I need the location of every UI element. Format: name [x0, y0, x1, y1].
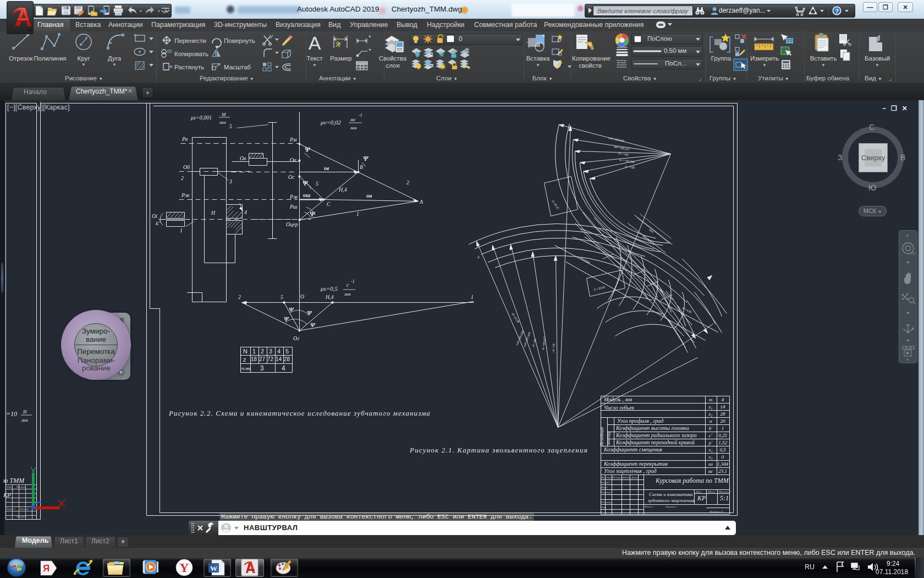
- svg-text:18: 18: [251, 356, 257, 362]
- svg-text:Коэффициент смещения: Коэффициент смещения: [603, 446, 662, 452]
- svg-text:μѕ=0,001: μѕ=0,001: [190, 114, 212, 121]
- svg-text:Pш: Pш: [289, 204, 298, 210]
- svg-text:Pм: Pм: [289, 137, 297, 143]
- svg-text:мс: мс: [350, 117, 356, 122]
- svg-text:23,1: 23,1: [718, 468, 727, 474]
- svg-text:28: 28: [284, 356, 290, 362]
- svg-text:Формат A1: Формат A1: [710, 510, 723, 513]
- svg-text:4: 4: [277, 348, 280, 355]
- svg-text:Дата: Дата: [631, 476, 638, 479]
- svg-text:Масса: Масса: [707, 490, 716, 493]
- svg-text:Разраб.: Разраб.: [601, 481, 610, 484]
- svg-text:Угол зацепления , град: Угол зацепления , град: [604, 468, 656, 474]
- svg-text:3: 3: [260, 364, 264, 372]
- svg-text:Лист 2: Лист 2: [6, 508, 15, 510]
- svg-text:rад=206,000: rад=206,000: [608, 136, 625, 143]
- svg-text:Т.контр.: Т.контр.: [601, 491, 611, 494]
- svg-text:Подп.: Подп.: [623, 476, 630, 479]
- svg-text:H,4: H,4: [325, 294, 334, 300]
- svg-text:5: 5: [285, 348, 289, 355]
- svg-text:C: C: [327, 201, 331, 207]
- svg-text:2: 2: [261, 348, 264, 355]
- svg-text:5: 5: [280, 294, 283, 300]
- svg-text:μѕ=0,5: μѕ=0,5: [320, 285, 338, 292]
- svg-text:z₂: z₂: [708, 411, 713, 417]
- svg-text:υв: υв: [324, 165, 329, 171]
- svg-text:S=20,45: S=20,45: [551, 199, 560, 210]
- svg-text:rд =58: rд =58: [552, 343, 556, 352]
- svg-text:Коэффициент высоты головки: Коэффициент высоты головки: [615, 425, 689, 431]
- svg-text:Ψ: Ψ: [307, 309, 312, 316]
- svg-text:0,5: 0,5: [719, 447, 726, 452]
- svg-text:Ψ: Ψ: [289, 306, 294, 313]
- svg-text:мм: мм: [21, 417, 28, 423]
- svg-text:rвд=197,485: rвд=197,485: [522, 331, 531, 347]
- svg-text:Oцер: Oцер: [286, 221, 298, 227]
- svg-text:x₁: x₁: [708, 447, 712, 452]
- svg-text:Изм Лист: Изм Лист: [601, 476, 613, 479]
- svg-text:14: 14: [721, 404, 726, 410]
- svg-text:c′: c′: [709, 433, 713, 438]
- svg-text:М: М: [221, 112, 226, 117]
- svg-text:Н.контр.: Н.контр.: [601, 501, 612, 504]
- svg-text:1: 1: [722, 426, 724, 431]
- svg-text:2: 2: [238, 294, 241, 300]
- svg-text:Oв: Oв: [240, 155, 246, 161]
- svg-text:Ψ: Ψ: [302, 179, 309, 187]
- svg-text:Oг: Oг: [293, 335, 299, 341]
- svg-text:?: ?: [835, 8, 839, 14]
- svg-text:Ψ: Ψ: [310, 210, 316, 218]
- svg-text:W: W: [210, 564, 217, 572]
- svg-text:1: 1: [180, 227, 183, 233]
- svg-text:20: 20: [721, 418, 726, 424]
- svg-text:0: 0: [722, 454, 724, 460]
- svg-text:№ докум.: № докум.: [612, 476, 624, 479]
- svg-text:Pолевой: Pолевой: [580, 256, 591, 264]
- svg-text:Oб: Oб: [183, 164, 190, 170]
- svg-text:4: 4: [722, 397, 724, 402]
- svg-text:m: m: [709, 397, 713, 402]
- svg-text:мм: мм: [219, 119, 226, 125]
- svg-text:5:1: 5:1: [720, 494, 729, 502]
- svg-text:αг: αг: [476, 254, 481, 259]
- svg-text:1: 1: [356, 211, 359, 217]
- svg-text:1,52: 1,52: [718, 440, 727, 445]
- svg-text:rг =158: rг =158: [625, 165, 635, 169]
- svg-text:Y: Y: [179, 560, 189, 575]
- svg-text:Oі: Oі: [152, 213, 157, 219]
- svg-text:z₁: z₁: [708, 404, 713, 410]
- svg-text:rд =168: rд =168: [618, 151, 629, 156]
- svg-text:КР: КР: [3, 492, 11, 498]
- svg-text:2: 2: [181, 175, 184, 181]
- svg-text:мм: мм: [350, 125, 357, 130]
- svg-text:Коэффициент переходной кривой: Коэффициент переходной кривой: [615, 439, 695, 445]
- svg-text:S₁=20,00: S₁=20,00: [593, 285, 606, 291]
- svg-text:Лит.: Лит.: [695, 490, 702, 493]
- svg-text:αс: αс: [708, 468, 713, 474]
- svg-text:υш: υш: [303, 192, 310, 198]
- svg-text:Лист 2: Лист 2: [644, 505, 653, 508]
- svg-text:A: A: [309, 32, 321, 53]
- svg-text:контур: контур: [606, 432, 611, 445]
- svg-text:A: A: [419, 199, 424, 205]
- svg-text:Формат: Формат: [16, 515, 26, 518]
- svg-text:Рисунок 2.1. Картина эвольвент: Рисунок 2.1. Картина эвольвентного зацеп…: [409, 446, 588, 454]
- svg-text:72: 72: [267, 356, 274, 362]
- svg-text:Листов 2: Листов 2: [665, 505, 677, 508]
- svg-text:3: 3: [229, 178, 232, 184]
- svg-text:Утв.: Утв.: [601, 506, 607, 509]
- svg-text:с: с: [346, 282, 349, 288]
- svg-text:4: 4: [282, 364, 285, 372]
- svg-text:μv=0,02: μv=0,02: [320, 119, 342, 126]
- svg-text:z: z: [243, 356, 246, 363]
- svg-text:Pв: Pв: [182, 136, 188, 142]
- svg-text:1: 1: [471, 294, 474, 300]
- svg-text:КР: КР: [697, 494, 706, 502]
- svg-text:Ψ: Ψ: [310, 321, 316, 328]
- svg-text:Коэффициент перекрытия: Коэффициент перекрытия: [603, 461, 668, 467]
- svg-text:Листов: Листов: [19, 508, 29, 510]
- svg-text:Модуль , мм: Модуль , мм: [603, 396, 632, 402]
- svg-text:Oв: Oв: [290, 157, 296, 163]
- svg-text:ю ТММ: ю ТММ: [3, 477, 25, 484]
- svg-text:tд=26,38: tд=26,38: [511, 312, 520, 323]
